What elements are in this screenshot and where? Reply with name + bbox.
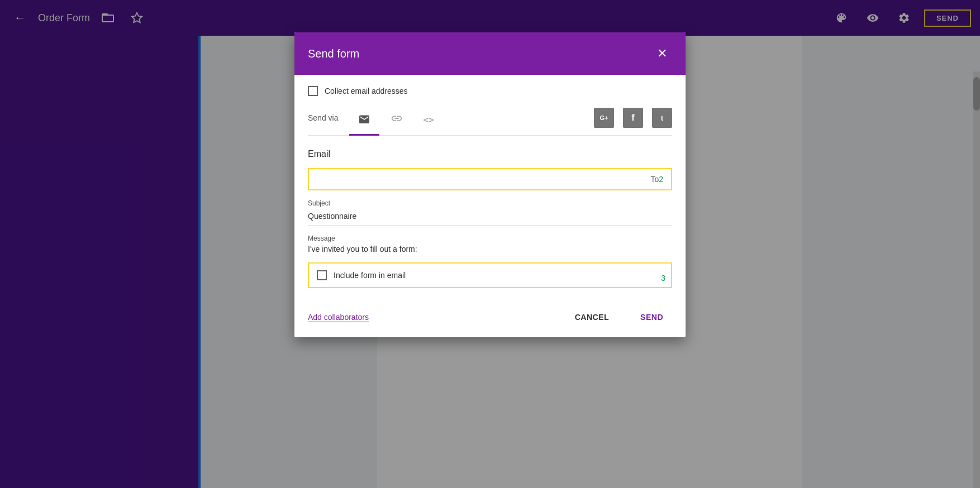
subject-input[interactable] xyxy=(308,209,672,226)
dialog-body: Collect email addresses Send via <> xyxy=(294,75,686,299)
to-field-wrapper: To 2 xyxy=(308,168,672,190)
include-form-label: Include form in email xyxy=(334,271,406,280)
email-tab-icon xyxy=(358,113,370,126)
subject-label: Subject xyxy=(308,199,672,207)
tab-embed[interactable]: <> xyxy=(414,108,443,136)
dialog-close-button[interactable]: ✕ xyxy=(652,44,672,64)
twitter-button[interactable]: t xyxy=(652,108,672,128)
include-form-wrapper: Include form in email 3 xyxy=(308,262,672,288)
dialog-title: Send form xyxy=(308,47,359,60)
footer-actions: CANCEL SEND xyxy=(566,308,672,326)
facebook-button[interactable]: f xyxy=(623,108,643,128)
tab-email[interactable] xyxy=(349,108,379,136)
send-dialog-button[interactable]: SEND xyxy=(631,308,672,326)
dialog-footer: Add collaborators CANCEL SEND xyxy=(294,299,686,337)
include-form-checkbox[interactable] xyxy=(317,270,327,280)
collect-email-label: Collect email addresses xyxy=(325,87,408,95)
include-badge: 3 xyxy=(661,274,665,283)
to-badge: 2 xyxy=(659,175,663,184)
link-tab-icon xyxy=(391,112,403,127)
add-collaborators-link[interactable]: Add collaborators xyxy=(308,313,369,322)
send-via-row: Send via <> G+ xyxy=(308,107,672,136)
embed-tab-icon: <> xyxy=(423,114,434,125)
collect-email-checkbox[interactable] xyxy=(308,86,318,96)
facebook-icon: f xyxy=(631,113,634,123)
social-icons: G+ f t xyxy=(594,108,672,135)
email-section-label: Email xyxy=(308,149,672,159)
subject-field-group: Subject xyxy=(308,199,672,226)
google-plus-icon: G+ xyxy=(600,114,608,121)
message-field-group: Message I've invited you to fill out a f… xyxy=(308,235,672,253)
send-via-label: Send via xyxy=(308,113,338,129)
cancel-button[interactable]: CANCEL xyxy=(566,308,618,326)
message-text: I've invited you to fill out a form: xyxy=(308,245,672,253)
collect-email-row: Collect email addresses xyxy=(308,86,672,96)
google-plus-button[interactable]: G+ xyxy=(594,108,614,128)
message-label: Message xyxy=(308,235,672,242)
send-form-dialog: Send form ✕ Collect email addresses Send… xyxy=(294,32,686,337)
twitter-icon: t xyxy=(661,114,663,122)
tab-link[interactable] xyxy=(382,108,412,136)
dialog-header: Send form ✕ xyxy=(294,32,686,75)
to-label: To xyxy=(650,175,659,184)
send-via-tabs: <> xyxy=(349,107,594,135)
to-input[interactable] xyxy=(317,175,650,184)
